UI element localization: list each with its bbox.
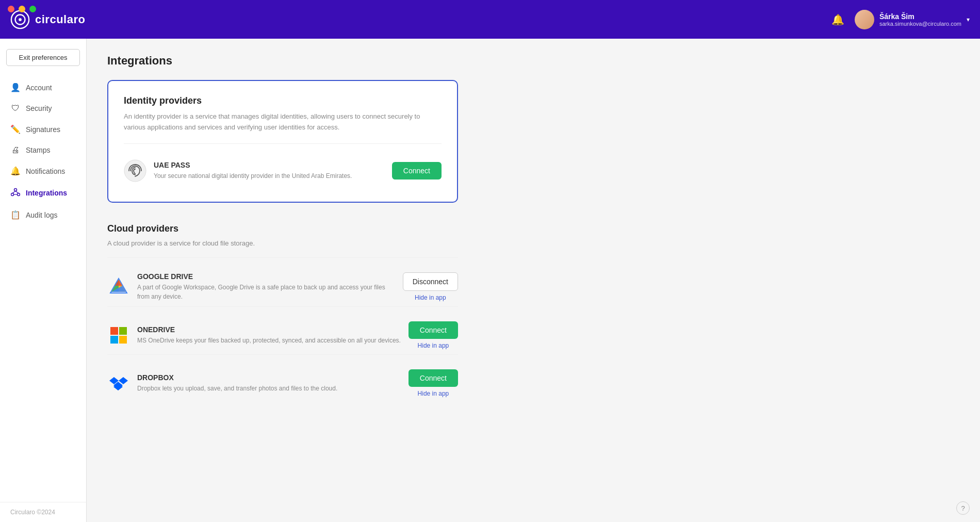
onedrive-name: ONEDRIVE	[137, 325, 401, 334]
close-button[interactable]	[8, 6, 14, 12]
sidebar-item-signatures[interactable]: ✏️ Signatures	[0, 119, 86, 139]
sidebar-item-security[interactable]: 🛡 Security	[0, 99, 86, 118]
identity-divider	[124, 143, 442, 144]
signatures-icon: ✏️	[10, 124, 21, 134]
uae-pass-row: UAE PASS Your secure national digital id…	[124, 154, 442, 187]
sidebar-item-label-notifications: Notifications	[26, 167, 65, 175]
svg-point-3	[14, 189, 17, 191]
footer: Circularo ©2024	[0, 502, 87, 522]
user-menu[interactable]: Šárka Šim sarka.simunkova@circularo.com …	[855, 10, 970, 29]
svg-rect-15	[110, 327, 118, 335]
cloud-divider	[107, 257, 458, 258]
dropbox-connect-button[interactable]: Connect	[409, 369, 458, 387]
maximize-button[interactable]	[29, 6, 36, 12]
topbar: circularo 🔔 Šárka Šim sarka.simunkova@ci…	[0, 0, 980, 39]
sidebar-item-audit-logs[interactable]: 📋 Audit logs	[0, 205, 86, 225]
svg-point-4	[11, 193, 14, 196]
user-dropdown-icon: ▾	[967, 16, 970, 23]
sidebar-item-integrations[interactable]: Integrations	[0, 182, 86, 204]
svg-line-6	[12, 191, 15, 193]
svg-point-9	[124, 160, 146, 182]
google-drive-hide-link[interactable]: Hide in app	[415, 294, 446, 301]
dropbox-name: DROPBOX	[137, 373, 401, 382]
logo-icon	[10, 10, 30, 29]
integrations-icon	[10, 187, 21, 199]
dropbox-actions: Connect Hide in app	[409, 369, 458, 397]
window-controls	[8, 6, 36, 12]
dropbox-row: DROPBOX Dropbox lets you upload, save, a…	[107, 364, 458, 402]
help-icon[interactable]: ?	[956, 501, 970, 515]
onedrive-row: ONEDRIVE MS OneDrive keeps your files ba…	[107, 316, 458, 354]
onedrive-hide-link[interactable]: Hide in app	[418, 342, 449, 349]
dropbox-icon	[107, 372, 130, 395]
layout: Exit preferences 👤 Account 🛡 Security ✏️…	[0, 39, 980, 522]
main-content: Integrations Identity providers An ident…	[87, 39, 980, 522]
onedrive-desc: MS OneDrive keeps your files backed up, …	[137, 336, 401, 345]
identity-providers-card: Identity providers An identity provider …	[107, 80, 458, 203]
uae-pass-info: UAE PASS Your secure national digital id…	[154, 161, 385, 181]
cloud-divider-2	[107, 306, 458, 307]
svg-rect-16	[119, 327, 127, 335]
google-drive-row: GOOGLE DRIVE A part of Google Workspace,…	[107, 267, 458, 306]
google-drive-info: GOOGLE DRIVE A part of Google Workspace,…	[137, 272, 396, 301]
onedrive-info: ONEDRIVE MS OneDrive keeps your files ba…	[137, 325, 401, 345]
sidebar-item-account[interactable]: 👤 Account	[0, 77, 86, 97]
logo: circularo	[10, 10, 85, 29]
logo-text: circularo	[35, 13, 85, 26]
dropbox-hide-link[interactable]: Hide in app	[418, 390, 449, 397]
sidebar-item-label-security: Security	[26, 104, 52, 112]
stamps-icon: 🖨	[10, 145, 21, 155]
google-drive-disconnect-button[interactable]: Disconnect	[403, 272, 458, 291]
sidebar-item-label-integrations: Integrations	[26, 189, 67, 197]
uae-pass-desc: Your secure national digital identity pr…	[154, 171, 385, 181]
google-drive-name: GOOGLE DRIVE	[137, 272, 396, 281]
notifications-icon: 🔔	[10, 166, 21, 176]
exit-preferences-button[interactable]: Exit preferences	[6, 49, 80, 66]
identity-section-title: Identity providers	[124, 95, 442, 106]
uae-pass-icon	[124, 159, 146, 182]
cloud-divider-3	[107, 354, 458, 355]
uae-pass-connect-button[interactable]: Connect	[392, 162, 442, 180]
sidebar-item-label-signatures: Signatures	[26, 125, 60, 134]
cloud-section-title: Cloud providers	[107, 223, 458, 234]
svg-point-2	[19, 18, 22, 21]
identity-section-desc: An identity provider is a service that m…	[124, 111, 442, 133]
notification-bell-icon[interactable]: 🔔	[831, 13, 844, 26]
sidebar-item-label-audit-logs: Audit logs	[26, 211, 57, 219]
sidebar-item-stamps[interactable]: 🖨 Stamps	[0, 140, 86, 160]
dropbox-desc: Dropbox lets you upload, save, and trans…	[137, 384, 401, 393]
cloud-providers-section: Cloud providers A cloud provider is a se…	[107, 223, 458, 402]
user-details: Šárka Šim sarka.simunkova@circularo.com	[879, 12, 961, 27]
security-icon: 🛡	[10, 104, 21, 113]
user-email: sarka.simunkova@circularo.com	[879, 21, 961, 27]
onedrive-icon	[107, 324, 130, 347]
google-drive-actions: Disconnect Hide in app	[403, 272, 458, 301]
svg-rect-18	[119, 336, 127, 344]
sidebar-item-label-account: Account	[26, 84, 52, 92]
google-drive-desc: A part of Google Workspace, Google Drive…	[137, 283, 396, 301]
avatar	[855, 10, 874, 29]
cloud-section-desc: A cloud provider is a service for cloud …	[107, 239, 458, 247]
onedrive-connect-button[interactable]: Connect	[409, 321, 458, 339]
svg-line-7	[15, 191, 19, 193]
page-title: Integrations	[107, 54, 959, 68]
onedrive-actions: Connect Hide in app	[409, 321, 458, 349]
minimize-button[interactable]	[19, 6, 25, 12]
google-drive-icon	[107, 275, 130, 298]
topbar-right: 🔔 Šárka Šim sarka.simunkova@circularo.co…	[831, 10, 970, 29]
sidebar: Exit preferences 👤 Account 🛡 Security ✏️…	[0, 39, 87, 522]
dropbox-info: DROPBOX Dropbox lets you upload, save, a…	[137, 373, 401, 393]
footer-text: Circularo ©2024	[10, 509, 55, 516]
svg-point-5	[18, 193, 20, 196]
sidebar-item-notifications[interactable]: 🔔 Notifications	[0, 161, 86, 181]
uae-pass-name: UAE PASS	[154, 161, 385, 169]
sidebar-item-label-stamps: Stamps	[26, 146, 50, 154]
svg-rect-17	[110, 336, 118, 344]
account-icon: 👤	[10, 83, 21, 92]
user-name: Šárka Šim	[879, 12, 961, 21]
audit-logs-icon: 📋	[10, 210, 21, 220]
